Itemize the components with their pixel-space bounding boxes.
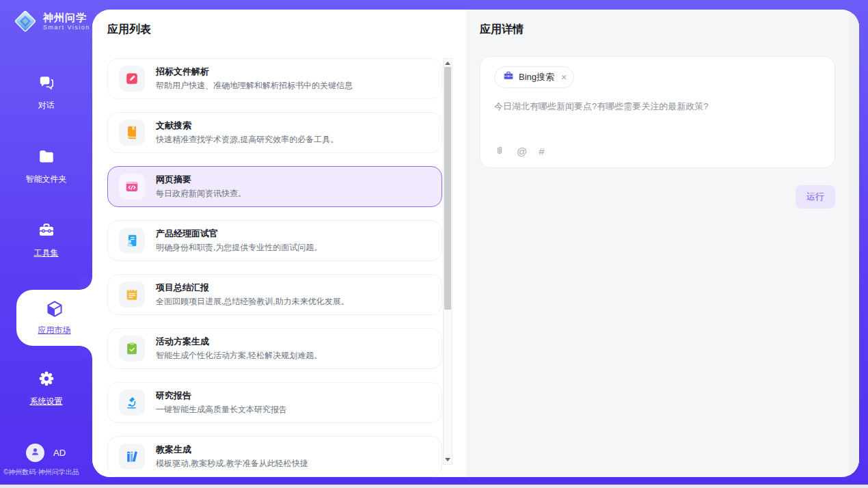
app-card[interactable]: 文献搜索快速精准查找学术资源,提高研究效率的必备工具。: [107, 112, 442, 153]
detail-scroll-gutter: [850, 10, 859, 477]
sidebar: 神州问学 Smart Vision 对话智能文件夹工具集应用市场系统设置 AD …: [0, 0, 92, 485]
sidebar-item-system-settings[interactable]: 系统设置: [0, 370, 92, 407]
app-card[interactable]: 教案生成模板驱动,教案秒成,教学准备从此轻松快捷: [107, 436, 442, 477]
diamond-logo-icon: [12, 8, 38, 34]
content-shell: 应用列表 招标文件解析帮助用户快速、准确地理解和解析招标书中的关键信息文献搜索快…: [92, 10, 859, 477]
app-name: 活动方案生成: [156, 336, 322, 347]
tool-tag-label: Bing搜索: [519, 71, 554, 83]
chat-icon: [38, 74, 55, 94]
app-desc: 快速精准查找学术资源,提高研究效率的必备工具。: [156, 134, 338, 146]
app-name: 研究报告: [156, 390, 287, 401]
toolbox-icon: [38, 221, 55, 242]
note-icon: [119, 282, 145, 308]
sidebar-item-smart-folder[interactable]: 智能文件夹: [0, 148, 92, 185]
app-name: 文献搜索: [156, 120, 338, 131]
app-name: 网页摘要: [156, 174, 246, 185]
app-name: 教案生成: [156, 444, 308, 455]
at-icon[interactable]: @: [517, 146, 527, 157]
tool-tag-bing-search[interactable]: Bing搜索 ×: [494, 66, 574, 88]
scroll-down-icon[interactable]: [445, 458, 450, 461]
app-desc: 模板驱动,教案秒成,教学准备从此轻松快捷: [156, 458, 308, 470]
app-desc: 明确身份和职责,为您提供专业性的面试问题。: [156, 242, 322, 254]
briefcase-icon: [503, 70, 514, 84]
folder-icon: [38, 148, 55, 168]
app-name: 产品经理面试官: [156, 228, 322, 239]
user-name: AD: [53, 448, 66, 458]
app-list-title: 应用列表: [107, 23, 151, 37]
app-card[interactable]: 产品经理面试官明确身份和职责,为您提供专业性的面试问题。: [107, 220, 442, 261]
book-icon: [119, 120, 145, 146]
user-row[interactable]: AD: [26, 444, 66, 462]
scroll-up-icon[interactable]: [445, 62, 450, 65]
sidebar-footer-text: ©神州数码·神州问学出品: [3, 467, 79, 477]
app-list-panel: 应用列表 招标文件解析帮助用户快速、准确地理解和解析招标书中的关键信息文献搜索快…: [92, 10, 466, 477]
app-desc: 帮助用户快速、准确地理解和解析招标书中的关键信息: [156, 80, 353, 92]
app-detail-title: 应用详情: [480, 23, 524, 37]
webpage-icon: [119, 174, 145, 200]
sidebar-item-chat[interactable]: 对话: [0, 74, 92, 111]
app-card[interactable]: 研究报告一键智能生成高质量长文本研究报告: [107, 382, 442, 423]
sidebar-item-label: 智能文件夹: [26, 174, 67, 185]
tag-close-icon[interactable]: ×: [561, 72, 567, 83]
app-card[interactable]: 招标文件解析帮助用户快速、准确地理解和解析招标书中的关键信息: [107, 58, 442, 99]
person-icon: [29, 446, 41, 460]
composer-icons: @#: [494, 146, 545, 157]
research-icon: [119, 390, 145, 416]
sidebar-item-label: 工具集: [34, 247, 59, 259]
paperclip-icon[interactable]: [494, 146, 505, 157]
brand-logo: 神州问学 Smart Vision: [12, 8, 90, 34]
interviewer-icon: [119, 228, 145, 254]
app-desc: 每日政府新闻资讯快查。: [156, 188, 246, 200]
run-button[interactable]: 运行: [796, 185, 835, 208]
app-list: 招标文件解析帮助用户快速、准确地理解和解析招标书中的关键信息文献搜索快速精准查找…: [107, 58, 442, 477]
sidebar-item-label: 应用市场: [38, 325, 71, 336]
app-list-scrollbar[interactable]: [443, 58, 452, 465]
clipboard-icon: [119, 336, 145, 362]
app-name: 招标文件解析: [156, 66, 353, 77]
app-card[interactable]: 项目总结汇报全面回顾项目进展,总结经验教训,助力未来优化发展。: [107, 274, 442, 315]
books-icon: [119, 444, 145, 470]
sidebar-item-toolset[interactable]: 工具集: [0, 221, 92, 259]
gear-icon: [38, 370, 55, 390]
scrollbar-thumb[interactable]: [444, 67, 451, 310]
edit-doc-icon: [119, 66, 145, 92]
app-desc: 全面回顾项目进展,总结经验教训,助力未来优化发展。: [156, 296, 349, 308]
app-desc: 智能生成个性化活动方案,轻松解决规划难题。: [156, 350, 322, 362]
sidebar-item-label: 对话: [38, 100, 55, 111]
app-desc: 一键智能生成高质量长文本研究报告: [156, 404, 287, 416]
cube-icon: [45, 299, 64, 321]
app-name: 项目总结汇报: [156, 282, 349, 293]
app-detail-panel: 应用详情 Bing搜索 × 今日湖北有哪些新闻要点?有哪些需要关注的最新政策? …: [466, 10, 859, 477]
brand-subtitle: Smart Vision: [43, 24, 90, 31]
hash-icon[interactable]: #: [539, 146, 544, 157]
avatar: [26, 444, 44, 462]
query-text[interactable]: 今日湖北有哪些新闻要点?有哪些需要关注的最新政策?: [494, 100, 821, 113]
sidebar-item-label: 系统设置: [30, 396, 63, 407]
sidebar-item-app-market[interactable]: 应用市场: [16, 290, 92, 346]
brand-name: 神州问学: [43, 12, 90, 24]
composer-card[interactable]: Bing搜索 × 今日湖北有哪些新闻要点?有哪些需要关注的最新政策? @#: [480, 56, 835, 168]
app-card[interactable]: 活动方案生成智能生成个性化活动方案,轻松解决规划难题。: [107, 328, 442, 369]
app-card[interactable]: 网页摘要每日政府新闻资讯快查。: [107, 166, 442, 207]
